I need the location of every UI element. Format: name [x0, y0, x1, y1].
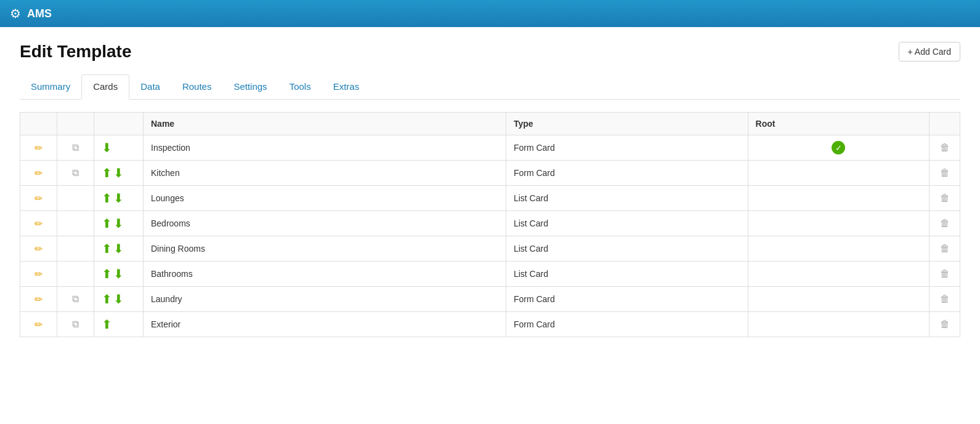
move-up-icon[interactable]: ⬆: [102, 241, 112, 256]
col-header-edit: [20, 113, 57, 135]
table-row: ✏⧉⬆⬇LaundryForm Card🗑: [20, 287, 960, 312]
tab-settings[interactable]: Settings: [222, 74, 278, 100]
move-down-icon[interactable]: ⬇: [113, 292, 124, 306]
delete-cell: 🗑: [929, 262, 960, 287]
row-type: List Card: [506, 236, 748, 262]
move-down-icon[interactable]: ⬇: [113, 166, 124, 180]
copy-icon[interactable]: ⧉: [72, 142, 79, 153]
delete-icon[interactable]: 🗑: [940, 218, 950, 228]
col-header-copy: [57, 113, 94, 135]
delete-cell: 🗑: [929, 161, 960, 186]
cards-table: Name Type Root ✏⧉⬇InspectionForm Card✓🗑✏…: [20, 112, 960, 337]
delete-icon[interactable]: 🗑: [940, 294, 950, 304]
move-down-icon[interactable]: ⬇: [102, 140, 112, 155]
delete-cell: 🗑: [929, 135, 960, 161]
page-header: Edit Template + Add Card: [20, 42, 960, 62]
row-name: Lounges: [144, 186, 506, 211]
col-header-name: Name: [144, 113, 506, 135]
edit-icon[interactable]: ✏: [34, 218, 43, 229]
edit-icon[interactable]: ✏: [34, 244, 43, 254]
row-type: List Card: [506, 262, 748, 287]
edit-cell: ✏: [20, 312, 57, 337]
tab-tools[interactable]: Tools: [278, 74, 322, 100]
edit-icon[interactable]: ✏: [34, 168, 43, 178]
row-root: [748, 236, 929, 262]
main-content: Edit Template + Add Card Summary Cards D…: [0, 27, 980, 424]
delete-cell: 🗑: [929, 312, 960, 337]
move-up-icon[interactable]: ⬆: [102, 216, 112, 231]
delete-cell: 🗑: [929, 186, 960, 211]
delete-cell: 🗑: [929, 211, 960, 236]
table-row: ✏⬆⬇LoungesList Card🗑: [20, 186, 960, 211]
row-name: Bedrooms: [144, 211, 506, 236]
delete-icon[interactable]: 🗑: [940, 319, 950, 329]
row-name: Laundry: [144, 287, 506, 312]
row-root: [748, 312, 929, 337]
delete-icon[interactable]: 🗑: [940, 193, 950, 203]
page-title: Edit Template: [20, 42, 132, 62]
row-type: Form Card: [506, 312, 748, 337]
edit-icon[interactable]: ✏: [34, 143, 43, 153]
copy-cell: ⧉: [57, 312, 94, 337]
edit-icon[interactable]: ✏: [34, 319, 43, 330]
edit-cell: ✏: [20, 161, 57, 186]
copy-icon[interactable]: ⧉: [72, 167, 79, 178]
edit-cell: ✏: [20, 211, 57, 236]
add-card-button[interactable]: + Add Card: [899, 42, 960, 62]
move-up-icon[interactable]: ⬆: [102, 292, 112, 306]
move-cell: ⬆⬇: [94, 262, 144, 287]
tab-extras[interactable]: Extras: [322, 74, 371, 100]
delete-cell: 🗑: [929, 287, 960, 312]
app-name: AMS: [27, 7, 52, 20]
topbar: ⚙ AMS: [0, 0, 980, 27]
move-up-icon[interactable]: ⬆: [102, 317, 112, 332]
delete-cell: 🗑: [929, 236, 960, 262]
copy-cell: ⧉: [57, 287, 94, 312]
move-cell: ⬆⬇: [94, 186, 144, 211]
edit-icon[interactable]: ✏: [34, 269, 43, 279]
edit-cell: ✏: [20, 135, 57, 161]
tab-summary[interactable]: Summary: [20, 74, 81, 100]
delete-icon[interactable]: 🗑: [940, 268, 950, 279]
move-down-icon[interactable]: ⬇: [113, 266, 124, 281]
row-name: Kitchen: [144, 161, 506, 186]
move-up-icon[interactable]: ⬆: [102, 266, 112, 281]
copy-cell: [57, 186, 94, 211]
move-down-icon[interactable]: ⬇: [113, 241, 124, 256]
tab-data[interactable]: Data: [129, 74, 171, 100]
move-up-icon[interactable]: ⬆: [102, 166, 112, 180]
delete-icon[interactable]: 🗑: [940, 167, 950, 178]
row-root: [748, 186, 929, 211]
copy-cell: [57, 236, 94, 262]
table-row: ✏⧉⬇InspectionForm Card✓🗑: [20, 135, 960, 161]
tab-routes[interactable]: Routes: [171, 74, 223, 100]
tab-cards[interactable]: Cards: [81, 74, 129, 100]
delete-icon[interactable]: 🗑: [940, 243, 950, 254]
copy-icon[interactable]: ⧉: [72, 319, 79, 329]
move-cell: ⬆⬇: [94, 287, 144, 312]
row-name: Exterior: [144, 312, 506, 337]
edit-icon[interactable]: ✏: [34, 294, 43, 305]
delete-icon[interactable]: 🗑: [940, 142, 950, 153]
table-row: ✏⬆⬇BathroomsList Card🗑: [20, 262, 960, 287]
move-cell: ⬆⬇: [94, 236, 144, 262]
row-type: Form Card: [506, 287, 748, 312]
move-cell: ⬆⬇: [94, 211, 144, 236]
row-root: [748, 262, 929, 287]
row-name: Inspection: [144, 135, 506, 161]
col-header-root: Root: [748, 113, 929, 135]
row-name: Bathrooms: [144, 262, 506, 287]
copy-icon[interactable]: ⧉: [72, 294, 79, 304]
move-up-icon[interactable]: ⬆: [102, 191, 112, 206]
tabs-nav: Summary Cards Data Routes Settings Tools…: [20, 74, 960, 100]
row-type: List Card: [506, 186, 748, 211]
table-row: ✏⧉⬆ExteriorForm Card🗑: [20, 312, 960, 337]
table-row: ✏⬆⬇BedroomsList Card🗑: [20, 211, 960, 236]
col-header-type: Type: [506, 113, 748, 135]
root-check-icon: ✓: [832, 141, 845, 154]
move-down-icon[interactable]: ⬇: [113, 216, 124, 231]
move-down-icon[interactable]: ⬇: [113, 191, 124, 206]
move-cell: ⬇: [94, 135, 144, 161]
edit-icon[interactable]: ✏: [34, 193, 43, 204]
copy-cell: [57, 262, 94, 287]
